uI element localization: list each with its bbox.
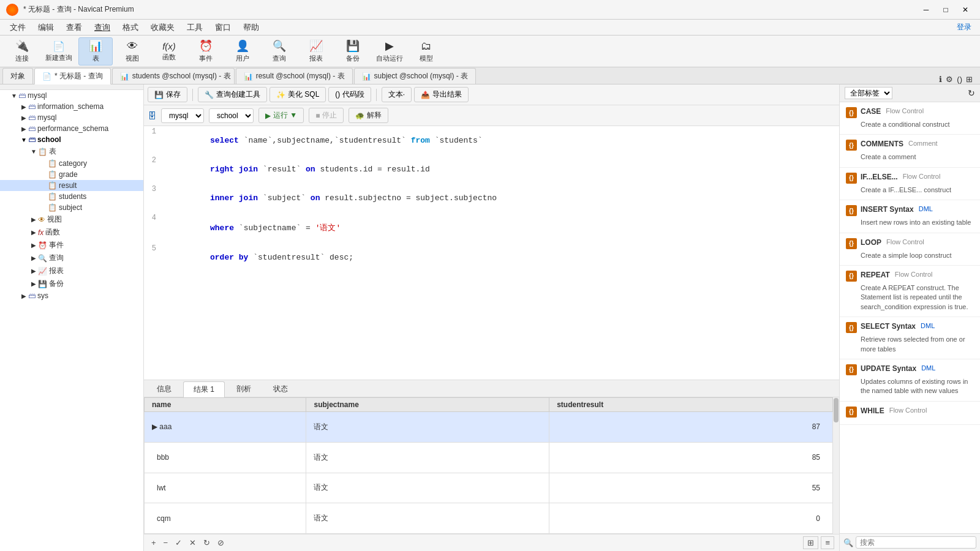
snippet-loop[interactable]: {} LOOP Flow Control Create a simple loo…	[840, 233, 980, 266]
result-tab-status[interactable]: 状态	[263, 381, 298, 397]
menu-format[interactable]: 格式	[116, 21, 145, 34]
toolbar-new-query[interactable]: 📄 新建查询	[42, 37, 76, 66]
toolbar-report[interactable]: 📈 报表	[299, 37, 333, 66]
sidebar-item-queries[interactable]: ▶ 🔍 查询	[0, 252, 143, 264]
filter-button[interactable]: ⊘	[215, 537, 227, 549]
code-snippet-button[interactable]: () 代码段	[328, 87, 371, 102]
tab-subject-table[interactable]: 📊 subject @school (mysql) - 表	[354, 68, 477, 84]
snippet-case[interactable]: {} CASE Flow Control Create a conditiona…	[840, 102, 980, 135]
query-builder-button[interactable]: 🔧 查询创建工具	[198, 87, 267, 102]
table-row[interactable]: bbb 语文 85	[145, 442, 833, 473]
sidebar-item-events[interactable]: ▶ ⏰ 事件	[0, 239, 143, 252]
refresh-button[interactable]: ↻	[201, 537, 213, 549]
expand-toggle[interactable]: ▶	[29, 280, 38, 287]
table-row[interactable]: lwt 语文 55	[145, 473, 833, 503]
info-icon[interactable]: ℹ	[939, 75, 942, 84]
minimize-button[interactable]: ─	[918, 4, 935, 16]
cancel-row-button[interactable]: ✕	[187, 537, 198, 549]
table-row[interactable]: ▶ aaa 语文 87	[145, 412, 833, 443]
expand-toggle[interactable]: ▶	[29, 216, 38, 223]
snippet-while[interactable]: {} WHILE Flow Control	[840, 402, 980, 425]
toolbar-backup[interactable]: 💾 备份	[336, 37, 370, 66]
tab-students-table[interactable]: 📊 students @school (mysql) - 表	[112, 68, 235, 84]
code-icon[interactable]: ()	[957, 75, 962, 84]
toolbar-function[interactable]: f(x) 函数	[152, 37, 186, 66]
tab-objects[interactable]: 对象	[2, 68, 33, 84]
sidebar-item-sys[interactable]: ▶ 🗃 sys	[0, 290, 143, 301]
snippet-comments[interactable]: {} COMMENTS Comment Create a comment	[840, 135, 980, 167]
snippets-filter-select[interactable]: 全部标签	[845, 87, 892, 99]
sidebar-item-backups[interactable]: ▶ 💾 备份	[0, 277, 143, 290]
expand-toggle[interactable]: ▼	[10, 92, 18, 99]
menu-file[interactable]: 文件	[4, 21, 32, 34]
toolbar-table[interactable]: 📊 表	[78, 37, 113, 66]
menu-window[interactable]: 窗口	[209, 21, 237, 34]
sidebar-item-category[interactable]: 📋 category	[0, 158, 143, 169]
database-select[interactable]: school	[209, 108, 254, 123]
sidebar-item-subject[interactable]: 📋 subject	[0, 202, 143, 213]
toolbar-query[interactable]: 🔍 查询	[262, 37, 296, 66]
sidebar-item-tables-folder[interactable]: ▼ 📋 表	[0, 145, 143, 158]
code-editor[interactable]: 1 select `name`,subjectname,`studentresu…	[144, 126, 839, 380]
menu-edit[interactable]: 编辑	[32, 21, 60, 34]
snippet-ifelse[interactable]: {} IF...ELSE... Flow Control Create a IF…	[840, 168, 980, 200]
snippet-select[interactable]: {} SELECT Syntax DML Retrieve rows selec…	[840, 317, 980, 359]
sidebar-item-views[interactable]: ▶ 👁 视图	[0, 213, 143, 226]
run-button[interactable]: ▶ 运行 ▼	[258, 108, 304, 123]
menu-query[interactable]: 查询	[88, 21, 116, 34]
sidebar-item-mysql-db[interactable]: ▶ 🗃 mysql	[0, 112, 143, 123]
menu-favorites[interactable]: 收藏夹	[145, 21, 181, 34]
save-button[interactable]: 💾 保存	[148, 87, 187, 102]
form-view-button[interactable]: ≡	[821, 536, 834, 549]
sidebar-item-mysql-root[interactable]: ▼ 🗃 mysql	[0, 90, 143, 101]
toolbar-user[interactable]: 👤 用户	[225, 37, 260, 66]
expand-toggle[interactable]: ▶	[20, 114, 28, 121]
toolbar-autorun[interactable]: ▶ 自动运行	[372, 37, 407, 66]
expand-toggle[interactable]: ▼	[20, 137, 28, 143]
export-results-button[interactable]: 📤 导出结果	[414, 87, 469, 102]
expand-toggle[interactable]: ▶	[29, 229, 38, 236]
expand-toggle[interactable]: ▶	[29, 268, 38, 274]
snippet-update[interactable]: {} UPDATE Syntax DML Updates columns of …	[840, 359, 980, 402]
result-tab-results1[interactable]: 结果 1	[183, 381, 225, 397]
menu-tools[interactable]: 工具	[181, 21, 209, 34]
refresh-snippets-icon[interactable]: ↻	[968, 88, 975, 98]
maximize-button[interactable]: □	[937, 4, 954, 16]
sidebar-item-functions[interactable]: ▶ fx 函数	[0, 226, 143, 239]
toolbar-event[interactable]: ⏰ 事件	[189, 37, 223, 66]
explain-button[interactable]: 🐢 解释	[349, 108, 388, 123]
expand-toggle[interactable]: ▶	[20, 103, 28, 110]
sidebar-item-information-schema[interactable]: ▶ 🗃 information_schema	[0, 101, 143, 112]
check-button[interactable]: ✓	[173, 537, 184, 549]
expand-toggle[interactable]: ▶	[20, 293, 28, 299]
snippet-repeat[interactable]: {} REPEAT Flow Control Create A REPEAT c…	[840, 266, 980, 317]
expand-toggle[interactable]: ▶	[29, 255, 38, 261]
table-row[interactable]: cqm 语文 0	[145, 503, 833, 534]
sidebar-item-students[interactable]: 📋 students	[0, 191, 143, 202]
close-button[interactable]: ✕	[957, 4, 974, 16]
toolbar-view[interactable]: 👁 视图	[115, 37, 149, 66]
settings-icon[interactable]: ⚙	[946, 75, 953, 84]
expand-toggle[interactable]: ▼	[29, 148, 38, 155]
connection-select[interactable]: mysql	[161, 108, 204, 123]
stop-button[interactable]: ■ 停止	[309, 108, 344, 123]
sidebar-item-reports[interactable]: ▶ 📈 报表	[0, 264, 143, 277]
result-tab-analysis[interactable]: 剖析	[226, 381, 262, 397]
add-row-button[interactable]: +	[149, 537, 159, 549]
sidebar-item-grade[interactable]: 📋 grade	[0, 169, 143, 180]
text-button[interactable]: 文本·	[382, 87, 412, 102]
beautify-sql-button[interactable]: ✨ 美化 SQL	[270, 87, 326, 102]
snippet-insert[interactable]: {} INSERT Syntax DML Insert new rows int…	[840, 200, 980, 233]
expand-toggle[interactable]: ▶	[20, 126, 28, 132]
snippets-search-input[interactable]	[856, 536, 976, 549]
tab-untitled-query[interactable]: 📄 * 无标题 - 查询	[34, 68, 111, 84]
result-tab-info[interactable]: 信息	[146, 381, 182, 397]
grid-view-button[interactable]: ⊞	[803, 536, 818, 549]
menu-help[interactable]: 帮助	[237, 21, 265, 34]
expand-toggle[interactable]: ▶	[29, 242, 38, 249]
sidebar-item-school[interactable]: ▼ 🗃 school	[0, 134, 143, 145]
tab-result-table[interactable]: 📊 result @school (mysql) - 表	[236, 68, 353, 84]
sidebar-item-result[interactable]: 📋 result	[0, 180, 143, 191]
grid-icon[interactable]: ⊞	[966, 75, 973, 84]
delete-row-button[interactable]: −	[161, 537, 171, 549]
